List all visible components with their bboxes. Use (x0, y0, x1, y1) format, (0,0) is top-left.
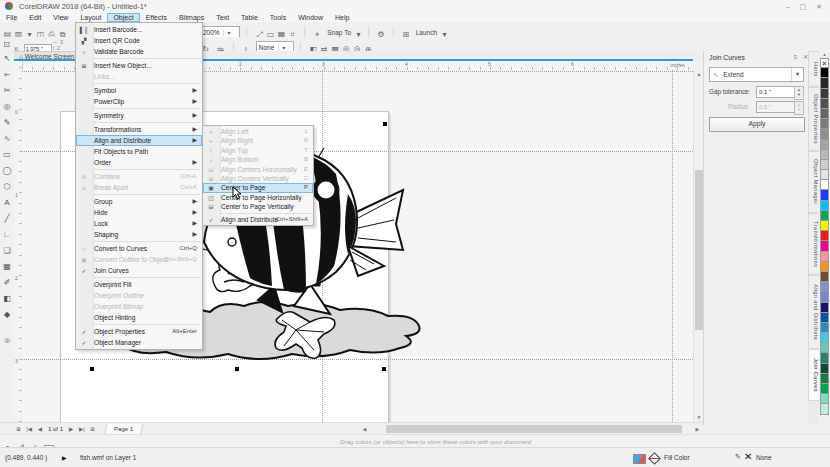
snap-to-label[interactable]: Snap To (327, 29, 351, 36)
color-swatch[interactable] (820, 201, 829, 211)
menu-item-object-manager[interactable]: ✓Object Manager (76, 337, 202, 348)
menu-text[interactable]: Text (210, 13, 235, 22)
menu-item-join-curves[interactable]: ✓Join Curves (76, 265, 202, 276)
crop-tool[interactable]: ✂ (0, 83, 14, 99)
menu-item-symbol[interactable]: Symbol▶ (76, 85, 202, 96)
menu-item-validate-barcode[interactable]: ⌕Validate Barcode (76, 46, 202, 57)
color-swatch[interactable] (820, 89, 829, 99)
transparency-tool[interactable]: ▦ (0, 259, 14, 275)
horizontal-scrollbar[interactable]: ◀ ▶ (360, 424, 702, 434)
menu-table[interactable]: Table (235, 13, 264, 22)
menu-item-overprint-fill[interactable]: Overprint Fill (76, 279, 202, 290)
drop-shadow-tool[interactable]: ❏ (0, 243, 14, 259)
menu-item-align-and-distribute[interactable]: ✓Align and DistributeCtrl+Shift+A (203, 215, 313, 224)
color-swatch[interactable] (820, 231, 829, 241)
menu-effects[interactable]: Effects (140, 13, 173, 22)
connector-tool[interactable]: ∟ (0, 227, 14, 243)
gap-tolerance-field[interactable]: 0.1 " (756, 86, 796, 98)
color-swatch[interactable] (820, 364, 829, 374)
guideline-vertical[interactable] (672, 70, 673, 422)
color-swatch[interactable] (820, 292, 829, 302)
menu-item-transformations[interactable]: Transformations▶ (76, 124, 202, 135)
color-swatch[interactable] (820, 404, 829, 414)
docker-tab-hints[interactable]: Hints (808, 51, 819, 87)
color-swatch[interactable] (820, 343, 829, 353)
chevron-down-icon[interactable]: ▼ (791, 68, 803, 81)
menu-item-convert-to-curves[interactable]: ◌Convert to CurvesCtrl+Q (76, 243, 202, 254)
shape-tool[interactable]: ⤜ (0, 67, 14, 83)
menu-layout[interactable]: Layout (74, 13, 107, 22)
docker-tab-object-manager[interactable]: Object Manager (808, 151, 819, 213)
spinner-control[interactable]: ▲▼ (794, 86, 804, 100)
menu-item-symmetry[interactable]: Symmetry▶ (76, 110, 202, 121)
color-swatch[interactable] (820, 394, 829, 404)
color-swatch[interactable] (820, 313, 829, 323)
docker-tab-transformations[interactable]: Transformations (808, 213, 819, 275)
eyedropper-tool[interactable]: ✐ (0, 275, 14, 291)
docker-tab-align-and-distribute[interactable]: Align and Distribute (808, 275, 819, 349)
docker-menu-icon[interactable]: ≡ (794, 54, 800, 60)
color-swatch[interactable] (820, 99, 829, 109)
menu-item-hide[interactable]: Hide▶ (76, 207, 202, 218)
apply-button[interactable]: Apply (709, 117, 805, 132)
horizontal-scroll-thumb[interactable] (386, 425, 682, 433)
join-mode-combo[interactable]: ∿ Extend ▼ (709, 67, 804, 82)
color-swatch[interactable] (820, 353, 829, 363)
text-tool[interactable]: A (0, 195, 14, 211)
ellipse-tool[interactable]: ◯ (0, 163, 14, 179)
color-swatch[interactable] (820, 170, 829, 180)
interactive-fill-tool[interactable]: ◧ (0, 291, 14, 307)
selection-handle[interactable] (383, 122, 387, 126)
rectangle-tool[interactable]: ▭ (0, 147, 14, 163)
object-size-fields[interactable]: ↔ 3↕ 2 (52, 39, 63, 51)
menu-object[interactable]: Object (107, 13, 139, 22)
color-swatch[interactable] (820, 140, 829, 150)
color-swatch[interactable] (820, 68, 829, 78)
color-swatch[interactable] (820, 221, 829, 231)
menu-file[interactable]: File (0, 13, 23, 22)
color-swatch[interactable] (820, 252, 829, 262)
color-swatch[interactable] (820, 384, 829, 394)
color-swatch[interactable] (820, 180, 829, 190)
window-controls[interactable]: – ▢ ✕ (786, 0, 826, 13)
color-swatch[interactable] (820, 78, 829, 88)
menu-tools[interactable]: Tools (264, 13, 292, 22)
color-swatch[interactable] (820, 303, 829, 313)
color-swatch[interactable] (820, 282, 829, 292)
dimension-tool[interactable]: ╱ (0, 211, 14, 227)
menu-window[interactable]: Window (292, 13, 329, 22)
menu-item-align-and-distribute[interactable]: Align and Distribute▶ (76, 135, 202, 146)
color-swatch[interactable] (820, 211, 829, 221)
menu-item-center-to-page-horizontally[interactable]: ◫Center to Page Horizontally (203, 193, 313, 202)
menu-item-lock[interactable]: Lock▶ (76, 218, 202, 229)
docker-tab-object-properties[interactable]: Object Properties (808, 87, 819, 151)
menu-item-insert-qr-code[interactable]: ▞Insert QR Code (76, 35, 202, 46)
vertical-scroll-thumb[interactable] (695, 170, 703, 330)
artistic-media-tool[interactable]: ∿ (0, 131, 14, 147)
color-swatch[interactable] (820, 241, 829, 251)
color-swatch[interactable] (820, 272, 829, 282)
launch-label[interactable]: Launch (416, 29, 437, 36)
pick-tool[interactable]: ↖ (0, 51, 14, 67)
menu-edit[interactable]: Edit (23, 13, 47, 22)
color-swatch[interactable] (820, 160, 829, 170)
no-color-swatch[interactable]: ✕ (820, 58, 829, 68)
color-swatch[interactable] (820, 374, 829, 384)
color-swatch[interactable] (820, 323, 829, 333)
palette-scroll-up-icon[interactable]: ▴ (819, 51, 830, 58)
menu-item-shaping[interactable]: Shaping▶ (76, 229, 202, 240)
color-swatch[interactable] (820, 190, 829, 200)
polygon-tool[interactable]: ⬡ (0, 179, 14, 195)
color-swatch[interactable] (820, 119, 829, 129)
menu-view[interactable]: View (47, 13, 74, 22)
docker-tab-join-curves[interactable]: Join Curves (808, 349, 819, 401)
menu-bitmaps[interactable]: Bitmaps (173, 13, 210, 22)
menu-item-object-hinting[interactable]: Object Hinting (76, 312, 202, 323)
smart-fill-tool[interactable]: ◆ (0, 307, 14, 323)
scroll-right-icon[interactable]: ▶ (693, 424, 702, 434)
more-tools-icon[interactable]: ⊕ (0, 333, 14, 349)
color-swatch[interactable] (820, 150, 829, 160)
menu-item-center-to-page[interactable]: ▣Center to PageP (203, 183, 313, 192)
menu-item-object-properties[interactable]: ✓Object PropertiesAlt+Enter (76, 326, 202, 337)
freehand-tool[interactable]: ✎ (0, 115, 14, 131)
